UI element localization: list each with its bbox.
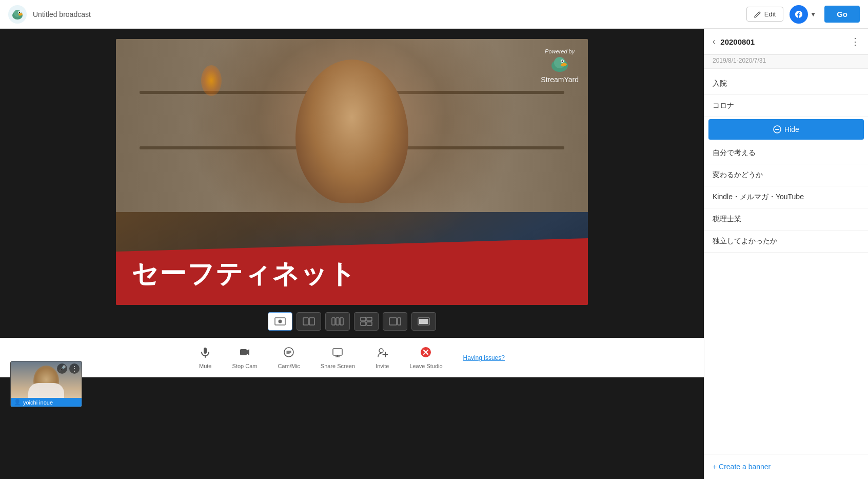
- svg-point-4: [19, 11, 20, 12]
- mute-icon: [200, 347, 211, 361]
- main-content: セーフティネット Powered by StreamYar: [0, 29, 868, 479]
- svg-point-7: [554, 57, 565, 68]
- svg-rect-19: [367, 317, 372, 321]
- cam-mic-icon: [283, 347, 294, 361]
- svg-point-9: [562, 61, 563, 62]
- webcam-preview: 🎤 ⋮ 👤 yoichi inoue: [10, 361, 82, 407]
- svg-rect-20: [361, 322, 366, 325]
- svg-rect-23: [398, 318, 401, 325]
- leave-studio-button[interactable]: Leave Studio: [409, 347, 442, 369]
- layout-three-icon: [331, 317, 344, 326]
- list-item[interactable]: コロナ: [704, 95, 868, 117]
- svg-point-12: [279, 320, 282, 323]
- user-icon: 👤: [14, 399, 21, 406]
- list-item[interactable]: 独立してよかったか: [704, 231, 868, 253]
- layout-sidebyside-icon: [389, 317, 401, 326]
- invite-icon: [377, 347, 388, 361]
- create-banner-button[interactable]: + Create a banner: [704, 454, 868, 479]
- watermark: Powered by StreamYard: [541, 48, 579, 84]
- stop-cam-icon: [239, 347, 250, 361]
- webcam-more-icon[interactable]: ⋮: [69, 363, 80, 374]
- app-logo: [8, 5, 27, 24]
- layout-single-icon: [274, 317, 286, 326]
- mute-button[interactable]: Mute: [199, 347, 211, 369]
- stop-cam-label: Stop Cam: [232, 363, 258, 369]
- list-item[interactable]: 税理士業: [704, 208, 868, 231]
- date-range: 2019/8/1-2020/7/31: [704, 55, 868, 69]
- cam-mic-label: Cam/Mic: [278, 363, 300, 369]
- layout-two-button[interactable]: [297, 312, 321, 331]
- cam-mic-button[interactable]: Cam/Mic: [278, 347, 300, 369]
- layout-two-icon: [303, 317, 315, 326]
- mute-label: Mute: [199, 363, 211, 369]
- banner-text: セーフティネット: [131, 256, 357, 292]
- share-screen-icon: [332, 347, 343, 361]
- layout-bar: [0, 305, 704, 338]
- svg-rect-13: [303, 318, 308, 325]
- watermark-powered-by: Powered by: [541, 48, 579, 54]
- panel-items-list: 入院 コロナ Hide 自分で考える 変わるかどうか Kindle・メルマガ・Y…: [704, 69, 868, 454]
- webcam-controls: 🎤 ⋮: [57, 363, 80, 374]
- list-item[interactable]: 変わるかどうか: [704, 164, 868, 186]
- svg-rect-17: [340, 318, 343, 325]
- social-dropdown-button[interactable]: ▼: [808, 9, 818, 20]
- facebook-button[interactable]: [790, 5, 808, 24]
- svg-rect-22: [389, 318, 397, 325]
- header: Untitled broadcast Edit ▼ Go: [0, 0, 868, 29]
- broadcast-title: Untitled broadcast: [33, 10, 746, 18]
- leave-studio-label: Leave Studio: [409, 363, 442, 369]
- webcam-label: 👤 yoichi inoue: [11, 398, 82, 407]
- edit-button[interactable]: Edit: [746, 7, 783, 22]
- svg-point-33: [379, 349, 383, 353]
- create-banner-label: + Create a banner: [713, 463, 771, 471]
- invite-label: Invite: [376, 363, 389, 369]
- svg-rect-28: [240, 349, 247, 355]
- go-button[interactable]: Go: [824, 6, 860, 23]
- svg-rect-30: [333, 349, 342, 355]
- having-issues-link[interactable]: Having issues?: [463, 354, 505, 361]
- svg-rect-15: [332, 318, 335, 325]
- panel-title: 20200801: [720, 37, 851, 46]
- invite-button[interactable]: Invite: [376, 347, 389, 369]
- layout-sidebyside-button[interactable]: [383, 312, 407, 331]
- hide-label: Hide: [784, 125, 799, 133]
- svg-rect-18: [361, 317, 366, 321]
- social-platform-selector: ▼: [790, 5, 818, 24]
- layout-screen-button[interactable]: [411, 312, 436, 331]
- svg-rect-14: [309, 318, 314, 325]
- svg-rect-16: [336, 318, 339, 325]
- watermark-logo: [541, 54, 579, 75]
- layout-screen-icon: [418, 317, 430, 326]
- hide-icon: [773, 125, 781, 133]
- list-item[interactable]: Kindle・メルマガ・YouTube: [704, 186, 868, 208]
- facebook-icon: [795, 10, 803, 18]
- panel-header: ‹ 20200801 ⋮: [704, 29, 868, 55]
- layout-three-button[interactable]: [325, 312, 350, 331]
- right-panel: ‹ 20200801 ⋮ 2019/8/1-2020/7/31 入院 コロナ H…: [704, 29, 868, 479]
- hide-button[interactable]: Hide: [715, 125, 858, 133]
- video-preview: セーフティネット Powered by StreamYar: [116, 39, 588, 305]
- webcam-mic-icon[interactable]: 🎤: [57, 363, 67, 374]
- svg-rect-21: [367, 322, 372, 325]
- edit-icon: [754, 11, 761, 18]
- bottom-toolbar: Mute Stop Cam Cam/Mic: [0, 338, 704, 377]
- list-item[interactable]: 自分で考える: [704, 142, 868, 164]
- list-item[interactable]: 入院: [704, 73, 868, 95]
- stop-cam-button[interactable]: Stop Cam: [232, 347, 258, 369]
- panel-back-button[interactable]: ‹: [713, 37, 715, 46]
- webcam-username: yoichi inoue: [23, 399, 53, 406]
- svg-rect-25: [419, 319, 428, 324]
- panel-more-button[interactable]: ⋮: [851, 36, 860, 47]
- center-area: セーフティネット Powered by StreamYar: [0, 29, 704, 479]
- share-screen-button[interactable]: Share Screen: [321, 347, 355, 369]
- header-actions: Edit ▼ Go: [746, 5, 860, 24]
- watermark-brand: StreamYard: [541, 75, 579, 84]
- list-item-active[interactable]: Hide: [708, 119, 864, 140]
- share-screen-label: Share Screen: [321, 363, 355, 369]
- layout-grid-icon: [360, 317, 372, 326]
- svg-rect-26: [204, 348, 207, 354]
- layout-grid-button[interactable]: [354, 312, 379, 331]
- leave-studio-icon: [420, 347, 431, 361]
- layout-single-button[interactable]: [268, 312, 292, 331]
